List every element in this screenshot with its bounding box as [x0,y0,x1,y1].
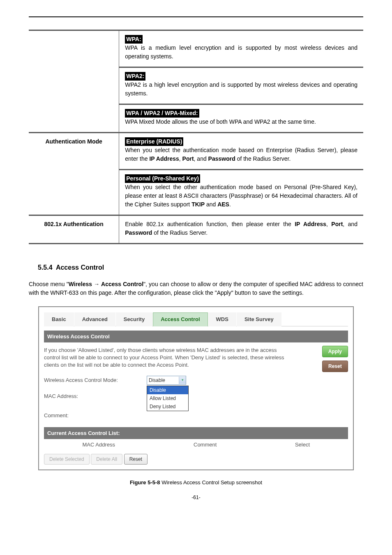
list-header-row: MAC Address Comment Select [44,439,348,451]
tab-access-control[interactable]: Access Control [153,312,208,326]
access-control-screenshot: Basic Advanced Security Access Control W… [38,306,354,470]
top-rule [29,16,363,17]
tab-security[interactable]: Security [116,312,152,326]
reset-list-button[interactable]: Reset [124,454,148,465]
tab-site-survey[interactable]: Site Survey [237,312,281,326]
col-mac-address: MAC Address [44,441,153,449]
section-heading: 5.5.4 Access Control [38,263,363,273]
delete-all-button[interactable]: Delete All [91,454,122,465]
panel-current-list: Current Access Control List: [44,427,348,439]
reset-button[interactable]: Reset [322,361,348,372]
auth8021x-block: Enable 802.1x authentication function, t… [119,216,363,243]
help-text: If you choose 'Allowed Listed', only tho… [44,347,286,369]
auth8021x-label: 802.1x Authentication [29,215,119,244]
authmode-label: Authentication Mode [29,133,119,215]
delete-selected-button[interactable]: Delete Selected [44,454,90,465]
definition-table: WPA: WPA is a medium level encryption an… [29,30,363,244]
mac-address-label: MAC Address: [44,392,147,400]
mode-select[interactable]: Disable ▾ [147,376,186,385]
wpa2-title: WPA2: [125,72,145,81]
page-number: -61- [29,494,363,501]
mode-select-value: Disable [149,377,165,384]
section-paragraph: Choose menu "Wireless → Access Control",… [29,280,363,297]
comment-label: Comment: [44,412,147,420]
wpa-title: WPA: [125,35,142,44]
action-buttons-row: Delete Selected Delete All Reset [44,454,348,465]
wpa-text: WPA is a medium level encryption and is … [125,44,357,60]
mixed-block: WPA / WPA2 / WPA-Mixed: WPA Mixed Mode a… [119,104,363,132]
col-comment: Comment [153,441,257,449]
tabs-row: Basic Advanced Security Access Control W… [44,312,348,326]
tab-advanced[interactable]: Advanced [74,312,115,326]
personal-block: Personal (Pre-Shared Key) When you selec… [119,169,363,215]
panel-wireless-access-control: Wireless Access Control [44,331,348,343]
figure-caption: Figure 5-5-8 Wireless Access Control Set… [29,479,363,487]
wpa-block: WPA: WPA is a medium level encryption an… [119,31,363,67]
mode-label: Wireless Access Control Mode: [44,376,147,384]
wpa2-text: WPA2 is a high level encryption and is s… [125,81,357,97]
apply-button[interactable]: Apply [322,346,348,357]
mixed-title: WPA / WPA2 / WPA-Mixed: [125,109,199,118]
personal-title: Personal (Pre-Shared Key) [125,174,200,183]
wpa2-block: WPA2: WPA2 is a high level encryption an… [119,67,363,104]
chevron-down-icon: ▾ [179,377,186,384]
enterprise-block: Enterprise (RADIUS) When you select the … [119,133,363,169]
dropdown-option-deny[interactable]: Deny Listed [147,402,188,411]
enterprise-title: Enterprise (RADIUS) [125,137,183,146]
tab-wds[interactable]: WDS [208,312,236,326]
mixed-text: WPA Mixed Mode allows the use of both WP… [125,118,316,125]
tab-basic[interactable]: Basic [44,312,74,326]
col-select: Select [257,441,348,449]
